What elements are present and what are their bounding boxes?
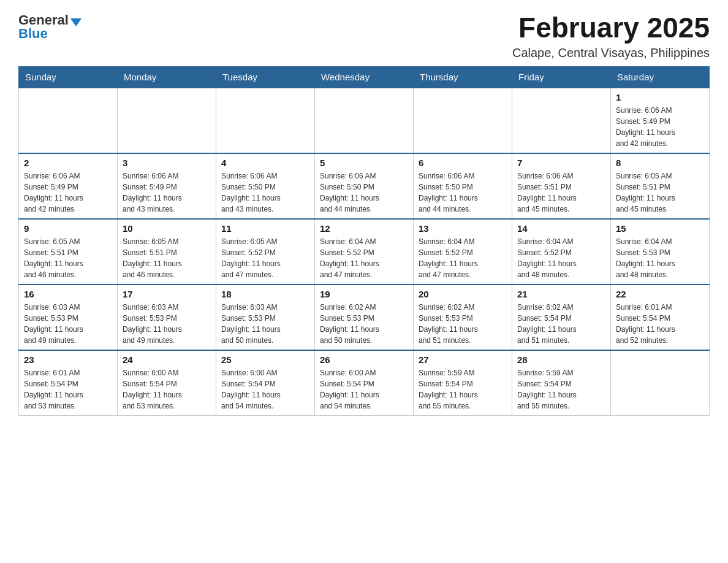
calendar-table: SundayMondayTuesdayWednesdayThursdayFrid… [18, 66, 710, 416]
day-number: 2 [24, 158, 112, 168]
day-number: 16 [24, 289, 112, 299]
logo-blue-text: Blue [18, 26, 48, 42]
day-info: Sunrise: 6:01 AMSunset: 5:54 PMDaylight:… [616, 302, 704, 346]
calendar-day-26: 26Sunrise: 6:00 AMSunset: 5:54 PMDayligh… [315, 350, 414, 416]
day-number: 28 [517, 354, 605, 365]
day-info: Sunrise: 6:04 AMSunset: 5:52 PMDaylight:… [419, 236, 507, 280]
calendar-day-empty [611, 350, 710, 416]
calendar-day-28: 28Sunrise: 5:59 AMSunset: 5:54 PMDayligh… [512, 350, 611, 416]
day-header-wednesday: Wednesday [315, 66, 414, 88]
calendar-day-9: 9Sunrise: 6:05 AMSunset: 5:51 PMDaylight… [19, 219, 118, 285]
calendar-day-empty [315, 88, 414, 153]
calendar-day-25: 25Sunrise: 6:00 AMSunset: 5:54 PMDayligh… [216, 350, 315, 416]
day-number: 19 [320, 289, 408, 299]
calendar-week-row: 16Sunrise: 6:03 AMSunset: 5:53 PMDayligh… [19, 285, 710, 350]
page-header: General Blue February 2025 Calape, Centr… [18, 12, 710, 60]
calendar-day-14: 14Sunrise: 6:04 AMSunset: 5:52 PMDayligh… [512, 219, 611, 285]
calendar-day-21: 21Sunrise: 6:02 AMSunset: 5:54 PMDayligh… [512, 285, 611, 350]
day-number: 17 [123, 289, 211, 299]
calendar-day-12: 12Sunrise: 6:04 AMSunset: 5:52 PMDayligh… [315, 219, 414, 285]
day-info: Sunrise: 6:02 AMSunset: 5:53 PMDaylight:… [419, 302, 507, 346]
day-info: Sunrise: 6:06 AMSunset: 5:50 PMDaylight:… [221, 170, 309, 215]
day-number: 7 [517, 158, 605, 168]
day-number: 18 [221, 289, 309, 299]
day-number: 9 [24, 223, 112, 234]
day-info: Sunrise: 6:02 AMSunset: 5:54 PMDaylight:… [517, 302, 605, 346]
calendar-day-24: 24Sunrise: 6:00 AMSunset: 5:54 PMDayligh… [118, 350, 216, 416]
calendar-subtitle: Calape, Central Visayas, Philippines [512, 46, 710, 60]
day-info: Sunrise: 6:03 AMSunset: 5:53 PMDaylight:… [123, 302, 211, 346]
day-info: Sunrise: 6:05 AMSunset: 5:51 PMDaylight:… [616, 170, 704, 215]
calendar-day-11: 11Sunrise: 6:05 AMSunset: 5:52 PMDayligh… [216, 219, 315, 285]
calendar-day-19: 19Sunrise: 6:02 AMSunset: 5:53 PMDayligh… [315, 285, 414, 350]
day-number: 22 [616, 289, 704, 299]
day-header-thursday: Thursday [414, 66, 512, 88]
day-info: Sunrise: 6:06 AMSunset: 5:50 PMDaylight:… [419, 170, 507, 215]
calendar-day-7: 7Sunrise: 6:06 AMSunset: 5:51 PMDaylight… [512, 153, 611, 219]
logo: General Blue [18, 12, 82, 42]
day-header-friday: Friday [512, 66, 611, 88]
calendar-week-row: 23Sunrise: 6:01 AMSunset: 5:54 PMDayligh… [19, 350, 710, 416]
day-number: 26 [320, 354, 408, 365]
day-info: Sunrise: 6:01 AMSunset: 5:54 PMDaylight:… [24, 367, 112, 412]
day-info: Sunrise: 6:04 AMSunset: 5:52 PMDaylight:… [517, 236, 605, 280]
calendar-day-22: 22Sunrise: 6:01 AMSunset: 5:54 PMDayligh… [611, 285, 710, 350]
calendar-week-row: 1Sunrise: 6:06 AMSunset: 5:49 PMDaylight… [19, 88, 710, 153]
day-info: Sunrise: 6:04 AMSunset: 5:52 PMDaylight:… [320, 236, 408, 280]
calendar-day-4: 4Sunrise: 6:06 AMSunset: 5:50 PMDaylight… [216, 153, 315, 219]
day-number: 12 [320, 223, 408, 234]
calendar-day-17: 17Sunrise: 6:03 AMSunset: 5:53 PMDayligh… [118, 285, 216, 350]
day-info: Sunrise: 5:59 AMSunset: 5:54 PMDaylight:… [517, 367, 605, 412]
day-number: 20 [419, 289, 507, 299]
day-number: 21 [517, 289, 605, 299]
day-number: 5 [320, 158, 408, 168]
day-info: Sunrise: 6:02 AMSunset: 5:53 PMDaylight:… [320, 302, 408, 346]
day-header-monday: Monday [118, 66, 216, 88]
day-number: 24 [123, 354, 211, 365]
day-info: Sunrise: 5:59 AMSunset: 5:54 PMDaylight:… [419, 367, 507, 412]
calendar-day-3: 3Sunrise: 6:06 AMSunset: 5:49 PMDaylight… [118, 153, 216, 219]
day-header-sunday: Sunday [19, 66, 118, 88]
day-info: Sunrise: 6:05 AMSunset: 5:52 PMDaylight:… [221, 236, 309, 280]
day-number: 13 [419, 223, 507, 234]
calendar-header-row: SundayMondayTuesdayWednesdayThursdayFrid… [19, 66, 710, 88]
title-block: February 2025 Calape, Central Visayas, P… [512, 12, 710, 60]
day-number: 1 [616, 92, 704, 102]
day-header-saturday: Saturday [611, 66, 710, 88]
day-info: Sunrise: 6:00 AMSunset: 5:54 PMDaylight:… [123, 367, 211, 412]
calendar-day-27: 27Sunrise: 5:59 AMSunset: 5:54 PMDayligh… [414, 350, 512, 416]
day-header-tuesday: Tuesday [216, 66, 315, 88]
calendar-day-2: 2Sunrise: 6:06 AMSunset: 5:49 PMDaylight… [19, 153, 118, 219]
calendar-day-1: 1Sunrise: 6:06 AMSunset: 5:49 PMDaylight… [611, 88, 710, 153]
calendar-day-13: 13Sunrise: 6:04 AMSunset: 5:52 PMDayligh… [414, 219, 512, 285]
calendar-day-8: 8Sunrise: 6:05 AMSunset: 5:51 PMDaylight… [611, 153, 710, 219]
day-info: Sunrise: 6:00 AMSunset: 5:54 PMDaylight:… [221, 367, 309, 412]
calendar-day-20: 20Sunrise: 6:02 AMSunset: 5:53 PMDayligh… [414, 285, 512, 350]
day-info: Sunrise: 6:05 AMSunset: 5:51 PMDaylight:… [123, 236, 211, 280]
day-info: Sunrise: 6:06 AMSunset: 5:49 PMDaylight:… [123, 170, 211, 215]
day-number: 10 [123, 223, 211, 234]
calendar-day-6: 6Sunrise: 6:06 AMSunset: 5:50 PMDaylight… [414, 153, 512, 219]
calendar-day-15: 15Sunrise: 6:04 AMSunset: 5:53 PMDayligh… [611, 219, 710, 285]
day-number: 27 [419, 354, 507, 365]
calendar-title: February 2025 [512, 12, 710, 44]
calendar-day-empty [512, 88, 611, 153]
day-info: Sunrise: 6:03 AMSunset: 5:53 PMDaylight:… [221, 302, 309, 346]
calendar-day-16: 16Sunrise: 6:03 AMSunset: 5:53 PMDayligh… [19, 285, 118, 350]
day-info: Sunrise: 6:00 AMSunset: 5:54 PMDaylight:… [320, 367, 408, 412]
day-number: 6 [419, 158, 507, 168]
logo-arrow-icon [70, 18, 82, 26]
day-number: 25 [221, 354, 309, 365]
calendar-day-empty [118, 88, 216, 153]
day-number: 3 [123, 158, 211, 168]
day-number: 4 [221, 158, 309, 168]
calendar-day-18: 18Sunrise: 6:03 AMSunset: 5:53 PMDayligh… [216, 285, 315, 350]
calendar-week-row: 2Sunrise: 6:06 AMSunset: 5:49 PMDaylight… [19, 153, 710, 219]
calendar-day-10: 10Sunrise: 6:05 AMSunset: 5:51 PMDayligh… [118, 219, 216, 285]
day-info: Sunrise: 6:05 AMSunset: 5:51 PMDaylight:… [24, 236, 112, 280]
calendar-day-23: 23Sunrise: 6:01 AMSunset: 5:54 PMDayligh… [19, 350, 118, 416]
calendar-day-empty [414, 88, 512, 153]
calendar-week-row: 9Sunrise: 6:05 AMSunset: 5:51 PMDaylight… [19, 219, 710, 285]
day-info: Sunrise: 6:03 AMSunset: 5:53 PMDaylight:… [24, 302, 112, 346]
day-info: Sunrise: 6:06 AMSunset: 5:50 PMDaylight:… [320, 170, 408, 215]
